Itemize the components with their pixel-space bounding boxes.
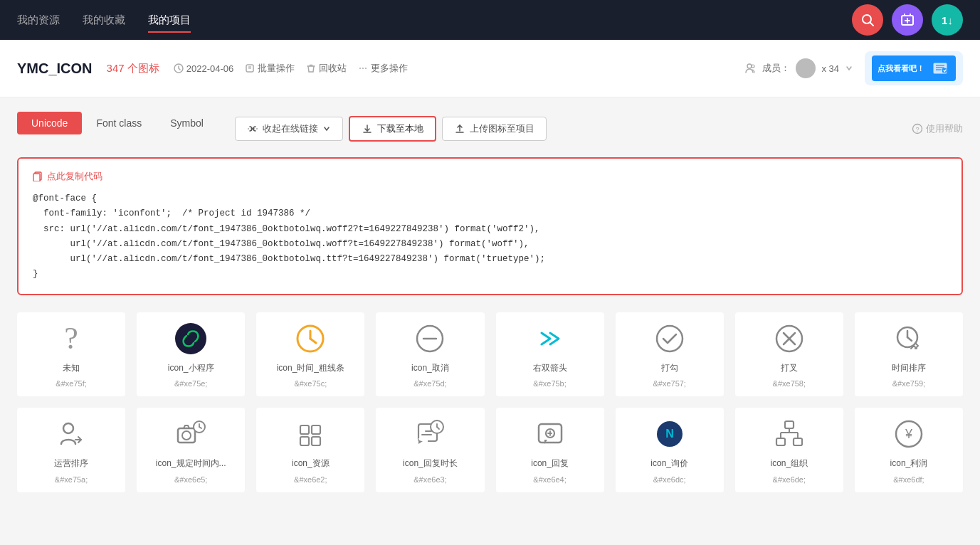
svg-rect-54 [312,437,320,445]
icon-name: icon_取消 [411,362,449,374]
icon-code: &#xe6e2; [294,475,327,484]
icon-symbol-org [772,416,806,452]
icon-name: 打勾 [661,362,678,374]
icon-symbol-camera-clock [174,416,208,452]
tab-unicode[interactable]: Unicode [17,112,82,134]
nav-item-resources[interactable]: 我的资源 [17,11,60,30]
svg-line-1 [870,23,874,26]
icon-symbol-check [653,321,687,356]
icon-item-profit[interactable]: ¥ icon_利润 &#xe6df; [855,408,963,492]
icon-name: icon_资源 [292,457,330,470]
svg-point-31 [175,323,206,354]
svg-rect-53 [300,437,309,445]
svg-text:?: ? [915,126,919,133]
icon-item-resource[interactable]: icon_资源 &#xe6e2; [256,408,364,492]
member-avatar [796,58,816,78]
search-button[interactable] [852,4,883,36]
icon-symbol-double-arrow [533,321,567,356]
copy-button[interactable]: 点此复制代码 [33,170,947,183]
icon-item-unknown[interactable]: ? 未知 &#xe75f; [17,312,125,397]
icon-code: &#xe75a; [55,475,88,484]
icon-item-time[interactable]: icon_时间_粗线条 &#xe75c; [256,312,364,397]
icon-item-check[interactable]: 打勾 &#xe757; [616,312,724,397]
upload-btn[interactable]: 上传图标至项目 [442,117,547,141]
icon-name: 时间排序 [892,362,926,374]
svg-rect-51 [300,425,309,434]
svg-rect-30 [33,174,40,181]
icon-symbol-inquiry: N [653,416,687,452]
icon-code: &#xe758; [773,379,806,388]
meta-batch[interactable]: 批量操作 [245,62,295,75]
help-link[interactable]: ? 使用帮助 [912,122,963,135]
icon-code: &#xe757; [653,379,685,388]
project-left: YMC_ICON 347 个图标 2022-04-06 批量操作 回收站 更多操… [17,60,408,77]
svg-line-34 [310,339,316,343]
code-block: 点此复制代码 @font-face { font-family: 'iconfo… [17,157,963,295]
project-count: 347 个图标 [107,62,159,75]
icon-symbol-reply [533,416,567,452]
svg-point-19 [752,65,754,68]
project-right: 成员： x 34 点我看看吧！ [745,51,963,85]
tab-symbol[interactable]: Symbol [156,112,218,134]
icon-name: icon_时间_粗线条 [277,362,344,374]
svg-point-15 [359,68,361,69]
project-header: YMC_ICON 347 个图标 2022-04-06 批量操作 回收站 更多操… [0,40,980,97]
icon-item-cross[interactable]: 打叉 &#xe758; [735,312,843,397]
icon-symbol-ops [54,416,88,452]
svg-point-16 [362,68,364,69]
svg-rect-52 [312,425,320,434]
icon-code: &#xe759; [892,379,925,388]
meta-recycle[interactable]: 回收站 [306,62,347,75]
icon-grid-row1: ? 未知 &#xe75f; icon_小程序 &#xe75e; [17,312,963,397]
icon-symbol-reply-clock [413,416,447,452]
nav-item-project[interactable]: 我的项目 [148,11,191,30]
icon-code: &#xe75d; [413,379,446,388]
icon-code: &#xe6de; [773,475,806,484]
icon-item-camera-clock[interactable]: icon_规定时间内... &#xe6e5; [137,408,245,492]
icon-code: &#xe75b; [533,379,566,388]
icon-symbol-cross [772,321,806,356]
content-area: Unicode Font class Symbol 收起在线链接 下载至本地 上… [0,97,980,545]
icon-code: &#xe6e3; [413,475,446,484]
icon-name: icon_询价 [650,457,688,470]
add-button[interactable] [892,4,923,36]
members-info: 成员： x 34 [745,58,853,78]
icon-name: icon_小程序 [168,362,214,374]
download-btn[interactable]: 下载至本地 [349,116,436,142]
nav-bar: 我的资源 我的收藏 我的项目 1↓ [0,0,980,40]
promo-card[interactable]: 点我看看吧！ [865,51,963,85]
tab-font-class[interactable]: Font class [82,112,156,134]
icon-item-ops-sort[interactable]: 运营排序 &#xe75a; [17,408,125,492]
svg-rect-67 [785,421,794,428]
icon-name: 打叉 [781,362,798,374]
svg-point-44 [63,423,73,433]
action-bar: 收起在线链接 下载至本地 上传图标至项目 [235,116,547,142]
member-count: x 34 [821,63,839,74]
icon-name: icon_规定时间内... [156,457,226,470]
icon-item-reply-clock[interactable]: icon_回复时长 &#xe6e3; [376,408,484,492]
svg-text:¥: ¥ [905,427,913,441]
icon-item-reply[interactable]: icon_回复 &#xe6e4; [496,408,604,492]
icon-item-double-arrow[interactable]: 右双箭头 &#xe75b; [496,312,604,397]
svg-point-47 [182,431,191,440]
icon-grid-row2: 运营排序 &#xe75a; icon_规定时间内... &#xe6e5; [17,408,963,492]
meta-more[interactable]: 更多操作 [358,62,408,75]
icon-symbol-question: ? [64,321,78,356]
code-content: @font-face { font-family: 'iconfont'; /*… [33,191,947,282]
icon-item-org[interactable]: icon_组织 &#xe6de; [735,408,843,492]
icon-symbol-resource [293,416,327,452]
nav-item-collection[interactable]: 我的收藏 [83,11,125,30]
svg-line-43 [907,337,912,341]
svg-point-17 [365,68,367,69]
nav-right: 1↓ [852,4,963,36]
user-button[interactable]: 1↓ [932,4,963,36]
icon-symbol-miniapp [174,321,208,356]
icon-item-inquiry[interactable]: N icon_询价 &#xe6dc; [616,408,724,492]
icon-code: &#xe75f; [56,379,86,388]
icon-item-time-sort[interactable]: 时间排序 &#xe759; [855,312,963,397]
icon-code: &#xe6e5; [174,475,207,484]
meta-date: 2022-04-06 [174,63,234,74]
link-btn[interactable]: 收起在线链接 [235,117,343,141]
icon-item-cancel[interactable]: icon_取消 &#xe75d; [376,312,484,397]
icon-item-miniapp[interactable]: icon_小程序 &#xe75e; [137,312,245,397]
